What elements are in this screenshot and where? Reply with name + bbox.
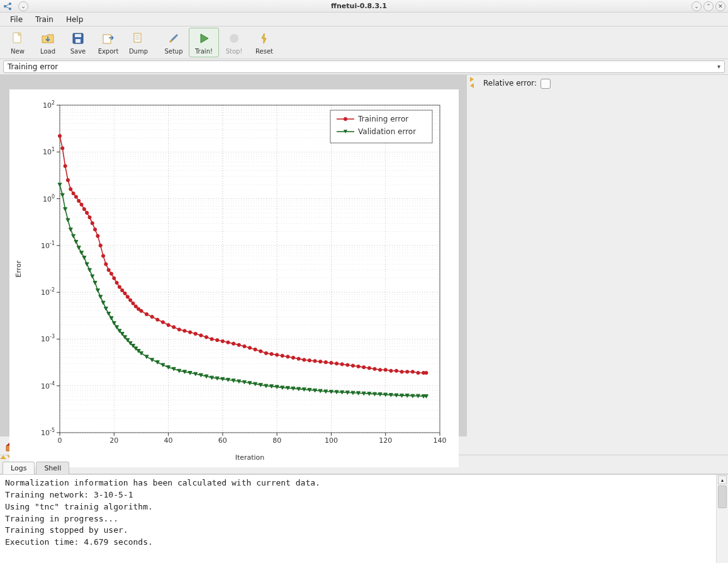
svg-point-199 xyxy=(395,369,398,372)
svg-text:Error: Error xyxy=(14,260,23,277)
svg-text:60: 60 xyxy=(218,436,227,445)
maximize-button[interactable]: ⌃ xyxy=(703,1,714,11)
svg-point-197 xyxy=(384,368,387,372)
svg-point-189 xyxy=(340,363,344,366)
svg-point-136 xyxy=(96,234,99,237)
setup-button[interactable]: Setup xyxy=(159,28,189,57)
svg-rect-9 xyxy=(103,35,111,43)
svg-point-208 xyxy=(344,117,347,121)
svg-point-156 xyxy=(161,321,164,324)
log-text[interactable]: Normalization information has been calcu… xyxy=(0,475,717,563)
svg-point-124 xyxy=(64,164,67,168)
svg-point-175 xyxy=(264,351,267,355)
splitter-arrow-left-icon xyxy=(470,83,474,88)
svg-point-139 xyxy=(104,263,108,266)
svg-point-131 xyxy=(82,207,86,210)
svg-text:Iteration: Iteration xyxy=(235,453,265,462)
svg-text:10-2: 10-2 xyxy=(41,287,55,297)
svg-point-203 xyxy=(417,371,420,374)
svg-point-157 xyxy=(167,323,170,326)
svg-point-169 xyxy=(232,342,235,345)
load-icon xyxy=(40,30,56,47)
dump-button[interactable]: Dump xyxy=(123,28,154,57)
svg-point-160 xyxy=(183,329,186,333)
relative-error-label: Relative error: xyxy=(483,79,537,88)
menu-train[interactable]: Train xyxy=(29,13,60,26)
svg-point-205 xyxy=(425,371,428,374)
scroll-up-button[interactable]: ▴ xyxy=(718,475,727,484)
svg-text:0: 0 xyxy=(58,436,62,445)
svg-point-143 xyxy=(115,281,118,284)
close-button[interactable]: ✕ xyxy=(715,1,725,11)
svg-point-171 xyxy=(243,344,246,348)
app-icon xyxy=(3,1,13,11)
svg-point-132 xyxy=(86,211,89,214)
svg-point-187 xyxy=(330,361,333,365)
dump-icon xyxy=(130,30,147,47)
svg-point-168 xyxy=(227,341,230,344)
svg-point-188 xyxy=(335,362,338,365)
svg-text:140: 140 xyxy=(434,436,447,445)
load-button[interactable]: Load xyxy=(33,28,63,57)
svg-point-198 xyxy=(389,369,393,372)
svg-point-134 xyxy=(91,222,94,225)
error-chart: 02040608010012014010-510-410-310-210-110… xyxy=(9,89,459,467)
svg-point-167 xyxy=(221,339,224,343)
svg-text:10-1: 10-1 xyxy=(41,241,55,250)
svg-point-166 xyxy=(216,338,219,341)
svg-point-147 xyxy=(126,295,129,299)
menu-help[interactable]: Help xyxy=(60,13,89,26)
svg-point-138 xyxy=(101,254,104,258)
stop-button[interactable]: Stop! xyxy=(219,28,249,57)
svg-point-130 xyxy=(80,203,83,206)
splitter-vertical[interactable] xyxy=(467,75,477,436)
chevron-down-icon: ▾ xyxy=(717,63,720,70)
save-icon xyxy=(70,30,86,47)
svg-point-170 xyxy=(237,343,240,346)
svg-text:Validation error: Validation error xyxy=(358,127,416,136)
svg-point-201 xyxy=(406,370,409,373)
menubar: File Train Help xyxy=(0,13,728,26)
new-icon xyxy=(9,30,26,47)
svg-point-133 xyxy=(88,216,91,219)
window-menu-button[interactable]: ⌄ xyxy=(18,1,28,11)
svg-point-161 xyxy=(188,331,191,334)
new-button[interactable]: New xyxy=(3,28,33,57)
tab-shell[interactable]: Shell xyxy=(36,462,69,474)
svg-point-178 xyxy=(281,354,284,357)
svg-text:40: 40 xyxy=(164,436,173,445)
log-scroll-v[interactable]: ▴ ▾ xyxy=(717,475,728,563)
svg-point-125 xyxy=(66,178,69,181)
minimize-button[interactable]: ⌄ xyxy=(692,1,702,11)
save-button[interactable]: Save xyxy=(63,28,93,57)
log-panel: Normalization information has been calcu… xyxy=(0,474,728,563)
export-button[interactable]: Export xyxy=(93,28,123,57)
reset-button[interactable]: Reset xyxy=(249,28,279,57)
svg-point-195 xyxy=(373,367,376,370)
svg-point-129 xyxy=(77,199,81,202)
svg-point-137 xyxy=(99,244,102,247)
relative-error-check[interactable] xyxy=(540,79,551,89)
view-selector-value: Training error xyxy=(8,62,58,71)
tab-logs[interactable]: Logs xyxy=(3,462,35,474)
svg-rect-10 xyxy=(134,33,141,42)
stop-icon xyxy=(226,30,242,47)
titlebar: ⌄ ffnetui-0.8.3.1 ⌄ ⌃ ✕ xyxy=(0,0,728,13)
train-button[interactable]: Train! xyxy=(189,28,219,57)
svg-point-148 xyxy=(129,299,132,302)
setup-icon xyxy=(165,30,182,47)
svg-point-165 xyxy=(210,338,213,341)
menu-file[interactable]: File xyxy=(4,13,29,26)
svg-point-174 xyxy=(259,350,262,353)
svg-text:20: 20 xyxy=(109,436,118,445)
svg-point-144 xyxy=(118,285,121,288)
splitter-arrow-right-icon xyxy=(470,77,474,82)
scroll-thumb-v[interactable] xyxy=(718,486,727,508)
svg-text:100: 100 xyxy=(43,194,55,203)
svg-point-172 xyxy=(248,346,251,350)
view-selector[interactable]: Training error ▾ xyxy=(3,60,725,73)
svg-point-202 xyxy=(411,370,414,373)
svg-text:10-3: 10-3 xyxy=(41,334,55,343)
svg-point-179 xyxy=(286,355,289,358)
svg-point-14 xyxy=(230,34,238,43)
